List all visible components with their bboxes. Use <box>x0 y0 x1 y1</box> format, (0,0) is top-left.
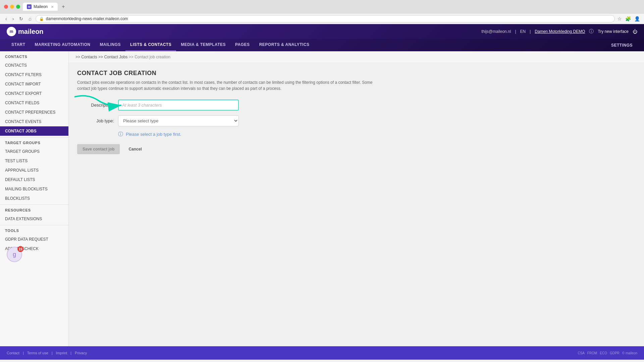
cancel-button[interactable]: Cancel <box>123 144 147 154</box>
maileon-logo[interactable]: m maileon <box>7 27 44 36</box>
nav-item-pages[interactable]: PAGES <box>230 39 255 51</box>
sidebar-item-contact-export[interactable]: CONTACT EXPORT <box>0 89 68 98</box>
footer-contact-link[interactable]: Contact <box>7 351 19 355</box>
nav-item-media-templates[interactable]: MEDIA & TEMPLATES <box>176 39 230 51</box>
reload-button[interactable]: ↻ <box>18 15 24 22</box>
app-header: m maileon thijs@maileon.nl | EN | Damen … <box>0 24 644 51</box>
csa-logo: CSA <box>578 351 585 355</box>
power-icon[interactable]: ⏻ <box>633 29 637 34</box>
forward-button[interactable]: › <box>11 15 15 22</box>
sidebar: CONTACTS CONTACTS CONTACT FILTERS CONTAC… <box>0 51 69 346</box>
tab-close-button[interactable]: ✕ <box>51 5 54 9</box>
gdpr-logo: GDPR <box>610 351 620 355</box>
user-email: thijs@maileon.nl <box>481 29 511 34</box>
description-input[interactable] <box>118 100 239 111</box>
address-bar[interactable]: 🔒 damenmotorkleding-news-mailer.maileon.… <box>36 15 615 22</box>
info-message: ⓘ Please select a job type first. <box>118 131 636 137</box>
nav-item-lists-contacts[interactable]: LISTS & CONTACTS <box>125 39 176 51</box>
main-nav: START MARKETING AUTOMATION MAILINGS LIST… <box>0 39 644 51</box>
footer-logos: CSA FROM ECO GDPR © maileon <box>578 351 637 355</box>
breadcrumb-current: >> Contact job creation <box>129 55 170 59</box>
tab-title: Maileon <box>34 4 48 9</box>
add-tab-button[interactable]: + <box>60 4 66 10</box>
profile-icon[interactable]: 👤 <box>634 16 640 21</box>
sidebar-item-approval-lists[interactable]: APPROVAL LISTS <box>0 166 68 175</box>
footer-sep2: | <box>52 351 53 355</box>
maximize-window-button[interactable] <box>16 5 20 9</box>
maileon-footer-logo: © maileon <box>622 351 637 355</box>
back-button[interactable]: ‹ <box>4 15 8 22</box>
info-circle-icon: ⓘ <box>118 131 123 137</box>
nav-item-settings[interactable]: SETTINGS <box>606 40 637 51</box>
separator: | <box>515 29 516 34</box>
url-text: damenmotorkleding-news-mailer.maileon.co… <box>46 16 611 21</box>
sidebar-item-contact-filters[interactable]: CONTACT FILTERS <box>0 70 68 79</box>
browser-icons: ☆ 🧩 👤 <box>618 16 640 21</box>
job-type-label: Job type: <box>77 118 114 123</box>
action-buttons: Save contact job Cancel <box>77 144 636 154</box>
sidebar-item-contact-jobs[interactable]: CONTACT JOBS <box>0 126 68 136</box>
sidebar-contacts-header: CONTACTS <box>0 51 68 61</box>
new-interface-link[interactable]: Try new interface <box>598 29 629 34</box>
logo-icon: m <box>7 27 16 36</box>
minimize-window-button[interactable] <box>10 5 14 9</box>
footer-inner: Contact | Terms of use | Imprint | Priva… <box>0 351 644 355</box>
info-icon[interactable]: ⓘ <box>589 28 594 35</box>
sidebar-item-contact-fields[interactable]: CONTACT FIELDS <box>0 98 68 108</box>
traffic-lights <box>4 5 20 9</box>
sidebar-target-groups-header: TARGET GROUPS <box>0 137 68 147</box>
avatar-container[interactable]: g 19 <box>7 247 23 263</box>
home-button[interactable]: ⌂ <box>27 15 33 22</box>
footer-sep3: | <box>70 351 71 355</box>
bookmark-icon[interactable]: ☆ <box>618 16 622 21</box>
sidebar-item-blocklists[interactable]: BLOCKLISTS <box>0 194 68 203</box>
sidebar-item-data-extensions[interactable]: DATA EXTENSIONS <box>0 214 68 224</box>
nav-item-start[interactable]: START <box>7 39 30 51</box>
job-type-row: Job type: Please select type <box>77 115 636 126</box>
info-text: Please select a job type first. <box>126 132 181 137</box>
nav-item-mailings[interactable]: MAILINGS <box>95 39 125 51</box>
sidebar-item-test-lists[interactable]: TEST LISTS <box>0 156 68 166</box>
browser-tab[interactable]: M Maileon ✕ <box>23 3 58 11</box>
sidebar-item-contact-preferences[interactable]: CONTACT PREFERENCES <box>0 108 68 117</box>
sidebar-item-contact-events[interactable]: CONTACT EVENTS <box>0 117 68 126</box>
description-label: Description: <box>77 103 114 108</box>
page-description: Contact jobs execute operations on conta… <box>77 79 379 92</box>
sidebar-resources-header: RESOURCES <box>0 204 68 214</box>
nav-item-reports[interactable]: REPORTS & ANALYTICS <box>255 39 314 51</box>
footer-privacy-link[interactable]: Privacy <box>75 351 87 355</box>
breadcrumb: >> Contacts >> Contact Jobs >> Contact j… <box>69 51 644 63</box>
lock-icon: 🔒 <box>39 17 44 21</box>
extensions-icon[interactable]: 🧩 <box>625 16 631 21</box>
lang-selector[interactable]: EN <box>520 29 526 34</box>
sidebar-item-gdpr[interactable]: GDPR DATA REQUEST <box>0 235 68 244</box>
footer-imprint-link[interactable]: Imprint <box>56 351 67 355</box>
sidebar-item-default-lists[interactable]: DEFAULT LISTS <box>0 175 68 184</box>
footer-terms-link[interactable]: Terms of use <box>27 351 48 355</box>
sidebar-item-target-groups[interactable]: TARGET GROUPS <box>0 147 68 156</box>
job-type-select[interactable]: Please select type <box>118 115 239 126</box>
content-area: CONTACT JOB CREATION Contact jobs execut… <box>69 63 644 161</box>
browser-addressbar: ‹ › ↻ ⌂ 🔒 damenmotorkleding-news-mailer.… <box>0 13 644 24</box>
company-link[interactable]: Damen Motorkleding DEMO <box>535 29 585 34</box>
sidebar-item-contacts[interactable]: CONTACTS <box>0 61 68 70</box>
footer: Contact | Terms of use | Imprint | Priva… <box>0 346 644 360</box>
breadcrumb-contacts[interactable]: >> Contacts <box>75 55 97 59</box>
nav-item-marketing[interactable]: MARKETING AUTOMATION <box>30 39 95 51</box>
breadcrumb-contact-jobs[interactable]: >> Contact Jobs <box>98 55 127 59</box>
close-window-button[interactable] <box>4 5 8 9</box>
tab-favicon: M <box>27 4 32 9</box>
browser-titlebar: M Maileon ✕ + <box>0 0 644 13</box>
app-body: CONTACTS CONTACTS CONTACT FILTERS CONTAC… <box>0 51 644 346</box>
sidebar-item-contact-import[interactable]: CONTACT IMPORT <box>0 79 68 89</box>
save-contact-job-button[interactable]: Save contact job <box>77 144 120 154</box>
avatar-badge: 19 <box>17 246 23 252</box>
footer-sep1: | <box>23 351 24 355</box>
browser-chrome: M Maileon ✕ + ‹ › ↻ ⌂ 🔒 damenmotorkledin… <box>0 0 644 24</box>
topbar-right: thijs@maileon.nl | EN | Damen Motorkledi… <box>481 28 637 35</box>
sidebar-item-mailing-blocklists[interactable]: MAILING BLOCKLISTS <box>0 184 68 194</box>
eco-logo: ECO <box>600 351 607 355</box>
separator2: | <box>530 29 531 34</box>
footer-links: Contact | Terms of use | Imprint | Priva… <box>7 351 87 355</box>
description-row: Description: <box>77 100 636 111</box>
